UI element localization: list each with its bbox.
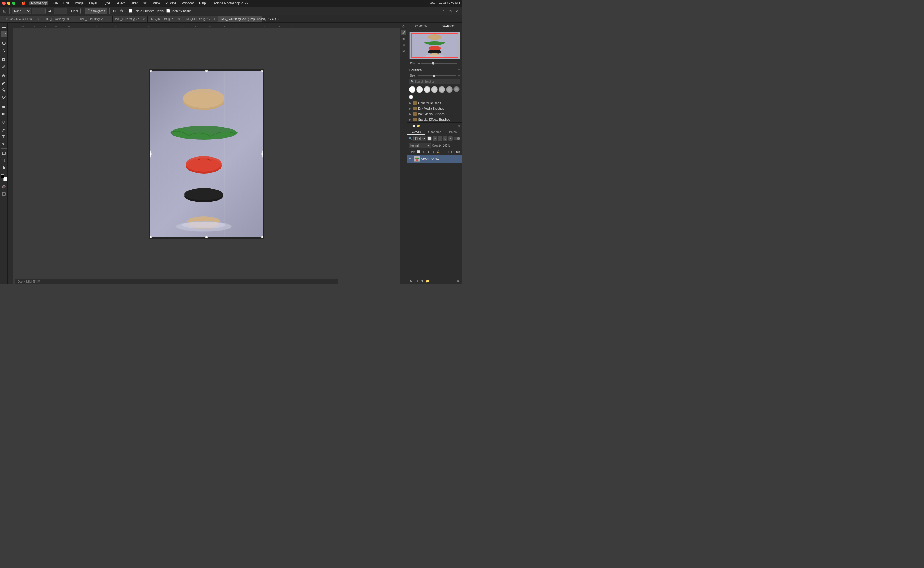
brush-preset-1[interactable] (409, 86, 416, 93)
shape-tool[interactable] (0, 150, 7, 156)
undo-btn[interactable]: ↺ (440, 8, 446, 14)
path-select-tool[interactable] (0, 141, 7, 147)
tab-3-close[interactable]: × (108, 18, 110, 21)
filter-smart-icon[interactable]: ★ (448, 136, 453, 141)
edit-menu[interactable]: Edit (62, 2, 71, 5)
tab-1-close[interactable]: × (38, 18, 39, 21)
clone-tool[interactable] (0, 87, 7, 94)
layer-adj-icon[interactable]: ◑ (420, 279, 424, 283)
pen-tool[interactable] (0, 127, 7, 133)
marquee-tool[interactable] (0, 31, 7, 38)
zoom-tool[interactable] (0, 157, 7, 164)
grid-settings-btn[interactable]: ⚙ (119, 8, 125, 14)
grid-overlay-btn[interactable]: ⊞ (112, 8, 118, 14)
tab-2-close[interactable]: × (73, 18, 74, 21)
brush-preset-6[interactable] (446, 86, 453, 93)
straighten-button[interactable]: ⌒ Straighten (85, 8, 107, 14)
view-menu[interactable]: View (151, 2, 161, 5)
content-aware-checkbox[interactable] (166, 9, 170, 13)
brush-tool[interactable] (0, 80, 7, 86)
rpi-3[interactable]: ▣ (401, 36, 406, 41)
gradient-tool[interactable] (0, 110, 7, 117)
brush-bottom-icon-2[interactable]: 📋 (412, 124, 416, 127)
history-brush-tool[interactable] (0, 94, 7, 101)
tab-2[interactable]: IMG_0174.tiff @ 38... × (42, 16, 77, 22)
confirm-btn[interactable]: ✓ (454, 8, 460, 14)
tab-3[interactable]: IMG_0149.tiff @ 25... × (77, 16, 113, 22)
photoshop-menu[interactable]: Photoshop (29, 2, 48, 5)
rpi-5[interactable]: ◪ (401, 48, 406, 53)
brush-preset-3[interactable] (424, 86, 430, 93)
brush-group-wet[interactable]: ▶ Wet Media Brushes (407, 111, 462, 117)
swap-dimensions-btn[interactable]: ⇄ (47, 8, 53, 14)
brush-group-general[interactable]: ▶ General Brushes (407, 100, 462, 106)
zoom-in-btn[interactable]: + (458, 62, 460, 65)
layers-tab[interactable]: Layers (407, 129, 425, 135)
blend-mode-select[interactable]: Normal (409, 143, 431, 148)
tab-5[interactable]: IMG_0410.tiff @ 25... × (148, 16, 183, 22)
brush-preset-4[interactable] (431, 86, 438, 93)
filter-toggle[interactable] (454, 137, 460, 140)
ratio-select[interactable]: Ratio (12, 8, 31, 14)
tab-7-close[interactable]: × (277, 18, 279, 21)
brush-size-slider[interactable] (418, 75, 456, 76)
move-tool[interactable] (0, 24, 7, 30)
eraser-tool[interactable] (0, 103, 7, 110)
brush-group-special[interactable]: ▶ Special Effects Brushes (407, 117, 462, 122)
foreground-color-swatch[interactable] (0, 174, 5, 178)
help-menu[interactable]: Help (197, 2, 208, 5)
tab-4[interactable]: IMG_0127.tiff @ 27... × (113, 16, 148, 22)
layer-kind-select[interactable]: Kind (413, 136, 426, 141)
magic-wand-tool[interactable] (0, 47, 7, 54)
brush-bottom-icon-4[interactable]: 🗑 (457, 124, 460, 128)
navigator-tab[interactable]: Navigator (435, 23, 462, 29)
lock-px-icon[interactable]: ⬜ (417, 150, 421, 154)
maximize-button[interactable] (12, 2, 15, 5)
ratio-h-input[interactable] (54, 8, 68, 14)
rpi-1[interactable]: ⟳ (401, 24, 406, 29)
ratio-w-input[interactable] (32, 8, 46, 14)
layer-item-crop-preview[interactable]: 👁 Crop Preview (407, 155, 462, 163)
lock-artboard-icon[interactable]: ⊕ (431, 150, 435, 154)
crop-tool[interactable] (0, 56, 7, 63)
brush-preset-2[interactable] (416, 86, 423, 93)
plugins-menu[interactable]: Plugins (164, 2, 178, 5)
brush-bottom-icon-3[interactable]: 📁 (417, 124, 420, 127)
brush-bottom-icon-1[interactable]: − (409, 124, 411, 128)
change-screen-btn[interactable] (0, 190, 7, 197)
hand-tool[interactable] (0, 164, 7, 171)
tab-4-close[interactable]: × (143, 18, 145, 21)
filter-adjust-icon[interactable]: ⊙ (433, 136, 437, 141)
layer-menu[interactable]: Layer (87, 2, 99, 5)
3d-menu[interactable]: 3D (142, 2, 149, 5)
lock-move-icon[interactable]: ✥ (427, 150, 430, 154)
select-menu[interactable]: Select (114, 2, 127, 5)
apple-menu[interactable]: 🍎 (20, 2, 27, 5)
layer-new-icon[interactable]: + (431, 279, 435, 283)
window-menu[interactable]: Window (180, 2, 195, 5)
brush-preset-7[interactable] (454, 86, 460, 92)
redo-slash-btn[interactable]: ⊘ (447, 8, 453, 14)
zoom-slider[interactable] (421, 63, 457, 64)
tab-5-close[interactable]: × (178, 18, 180, 21)
clear-button[interactable]: Clear (69, 8, 81, 14)
brush-preset-8[interactable] (409, 95, 413, 99)
tab-7[interactable]: IMG_0412.tiff @ 25% (Crop Preview, RGB/8… (218, 16, 262, 22)
lock-all-icon[interactable]: 🔒 (436, 150, 440, 154)
eyedropper-tool[interactable] (0, 63, 7, 70)
image-menu[interactable]: Image (73, 2, 85, 5)
filter-pixel-icon[interactable]: ⬜ (427, 136, 432, 141)
layer-folder-icon[interactable]: 📁 (425, 279, 430, 283)
brush-group-dry[interactable]: ▶ Dry Media Brushes (407, 106, 462, 111)
layer-visibility-icon[interactable]: 👁 (409, 157, 413, 160)
lasso-tool[interactable] (0, 40, 7, 47)
rpi-4[interactable]: ⊞ (401, 42, 406, 47)
file-menu[interactable]: File (51, 2, 59, 5)
tab-overflow-btn[interactable]: » (262, 16, 268, 22)
quick-mask-btn[interactable] (0, 183, 7, 190)
tab-1[interactable]: ED-9345-6684CA190847_1_105_c.jpeg × (0, 16, 42, 22)
paths-tab[interactable]: Paths (444, 129, 462, 135)
brush-search-input[interactable] (415, 80, 459, 83)
type-menu[interactable]: Type (101, 2, 112, 5)
filter-shape-icon[interactable]: ◻ (443, 136, 448, 141)
